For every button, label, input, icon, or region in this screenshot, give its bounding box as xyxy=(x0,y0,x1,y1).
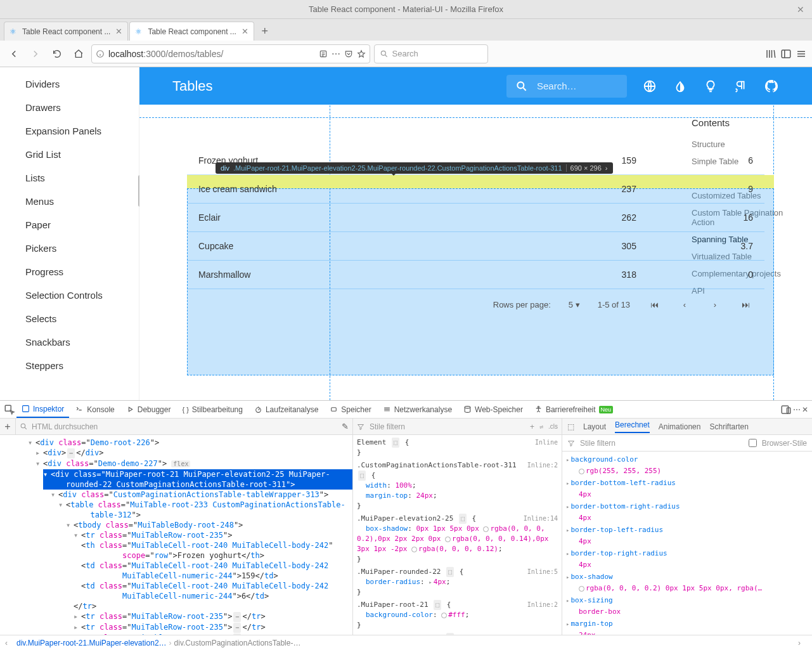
layout-tabs: ⬚ Layout Berechnet Animationen Schriftar… xyxy=(562,419,812,435)
library-icon[interactable] xyxy=(765,48,777,60)
rtl-icon[interactable] xyxy=(733,79,749,94)
dom-panel: + HTML durchsuchen ✎ ▾<div class="Demo-r… xyxy=(0,419,353,635)
tab-layout[interactable]: Layout xyxy=(583,422,606,431)
invert-colors-icon[interactable] xyxy=(673,79,688,94)
mui-sidebar[interactable]: Dividers Drawers Expansion Panels Grid L… xyxy=(0,67,139,400)
cell-fat: 3.7 xyxy=(648,232,764,261)
tab-accessibility[interactable]: BarrierefreiheitNeu xyxy=(529,402,618,417)
address-bar[interactable]: localhost:3000/demos/tables/ ⋯ xyxy=(91,44,370,63)
svg-point-10 xyxy=(465,406,470,408)
window-close-icon[interactable]: ✕ xyxy=(797,4,804,15)
tab-close-icon[interactable]: ✕ xyxy=(242,27,248,36)
tab-console[interactable]: Konsole xyxy=(70,402,119,417)
box-model-icon[interactable]: ⬚ xyxy=(567,422,574,431)
home-button[interactable] xyxy=(70,45,87,63)
svg-point-11 xyxy=(538,406,539,408)
cls-toggle[interactable]: .cls xyxy=(548,423,558,430)
main-content: Tables Search… div.MuiPaper-root-21.MuiP… xyxy=(139,67,812,400)
search-icon xyxy=(20,422,28,431)
sidebar-item[interactable]: Expansion Panels xyxy=(0,119,139,143)
github-icon[interactable] xyxy=(764,79,779,94)
sidebar-item[interactable]: Pickers xyxy=(0,237,139,260)
search-icon xyxy=(515,80,528,93)
browser-tab[interactable]: ⚛ Table React component ... ✕ xyxy=(4,22,128,41)
tooltip-pointer xyxy=(390,172,397,176)
tooltip-dimensions: 690 × 296 xyxy=(566,164,602,172)
first-page-button[interactable]: ⏮ xyxy=(648,298,661,311)
sidebar-item[interactable]: Selection Controls xyxy=(0,283,139,307)
menu-icon[interactable] xyxy=(796,48,807,60)
browser-styles-label: Browser-Stile xyxy=(762,439,807,448)
dom-search[interactable]: HTML durchsuchen xyxy=(15,419,337,434)
tab-debugger[interactable]: Debugger xyxy=(121,402,176,417)
tab-fonts[interactable]: Schriftarten xyxy=(709,422,748,431)
sidebar-item[interactable]: Drawers xyxy=(0,96,139,119)
forward-button[interactable] xyxy=(27,45,44,63)
dom-breadcrumb: ‹ div.MuiPaper-root-21.MuiPaper-elevatio… xyxy=(0,635,812,650)
responsive-mode-icon[interactable] xyxy=(780,404,792,415)
back-button[interactable] xyxy=(5,45,23,63)
tab-computed[interactable]: Berechnet xyxy=(615,420,650,433)
cell-name: Ice cream sandwich xyxy=(187,175,523,204)
search-placeholder: Search xyxy=(392,49,418,58)
sidebar-item[interactable]: Steppers xyxy=(0,354,139,377)
tab-performance[interactable]: Laufzeitanalyse xyxy=(249,402,323,417)
next-page-button[interactable]: › xyxy=(709,298,721,311)
sidebar-item[interactable]: Progress xyxy=(0,260,139,283)
dom-tree[interactable]: ▾<div class="Demo-root-226"> ▸<div>⋯</di… xyxy=(0,435,352,635)
tab-network[interactable]: Netzwerkanalyse xyxy=(378,402,457,417)
add-node-button[interactable]: + xyxy=(0,421,15,432)
reader-mode-icon[interactable] xyxy=(319,49,328,58)
breadcrumb-item[interactable]: div.MuiPaper-root-21.MuiPaper-elevation2… xyxy=(16,639,167,647)
sidebar-item[interactable]: Grid List xyxy=(0,143,139,166)
more-icon[interactable]: ⋯ xyxy=(793,405,801,414)
add-rule-icon[interactable]: + xyxy=(530,422,534,431)
last-page-button[interactable]: ⏭ xyxy=(739,298,752,311)
devtools-tabs: Inspektor Konsole Debugger { }Stilbearbe… xyxy=(0,401,812,419)
pocket-icon[interactable] xyxy=(344,49,353,58)
tab-close-icon[interactable]: ✕ xyxy=(115,27,122,36)
url-path: :3000/demos/tables/ xyxy=(143,49,223,59)
bookmark-star-icon[interactable] xyxy=(357,49,366,58)
sidebar-item[interactable]: Snackbars xyxy=(0,330,139,354)
pseudo-classes-icon[interactable]: ⇌ xyxy=(539,423,543,430)
breadcrumb-item[interactable]: div.CustomPaginationActionsTable-… xyxy=(174,639,301,647)
page-content: Dividers Drawers Expansion Panels Grid L… xyxy=(0,67,812,400)
search-icon xyxy=(380,49,389,58)
sidebar-item[interactable]: Dividers xyxy=(0,72,139,96)
rows-per-page-select[interactable]: 5 ▾ xyxy=(569,300,580,309)
tab-style-editor[interactable]: { }Stilbearbeitung xyxy=(177,402,247,417)
docs-search[interactable]: Search… xyxy=(506,75,627,98)
sidebar-item[interactable]: Lists xyxy=(0,166,139,190)
breadcrumb-prev[interactable]: ‹ xyxy=(5,639,14,647)
browser-styles-checkbox[interactable] xyxy=(749,439,757,447)
browser-tab[interactable]: ⚛ Table React component ... ✕ xyxy=(129,22,254,41)
new-tab-button[interactable]: + xyxy=(255,22,274,41)
cell-cals: 305 xyxy=(523,232,648,261)
tab-inspector[interactable]: Inspektor xyxy=(16,401,69,418)
language-icon[interactable] xyxy=(642,79,657,94)
reload-button[interactable] xyxy=(48,45,66,63)
table-row: Cupcake3053.7 xyxy=(187,232,764,261)
prev-page-button[interactable]: ‹ xyxy=(678,298,691,311)
sidebar-item[interactable]: Menus xyxy=(0,190,139,213)
svg-point-8 xyxy=(256,408,261,413)
pick-element-icon[interactable] xyxy=(4,404,15,415)
tab-label: Table React component ... xyxy=(148,27,236,36)
sidebar-icon[interactable] xyxy=(780,48,792,60)
tab-storage[interactable]: Web-Speicher xyxy=(458,402,528,417)
window-titlebar: Table React component - Material-UI - Mo… xyxy=(0,0,812,19)
tab-memory[interactable]: Speicher xyxy=(325,402,376,417)
edit-html-icon[interactable]: ✎ xyxy=(337,422,352,431)
svg-rect-7 xyxy=(23,406,29,412)
filter-icon xyxy=(567,439,575,447)
breadcrumb-next[interactable]: › xyxy=(798,639,807,647)
sidebar-item[interactable]: Paper xyxy=(0,213,139,237)
tab-animations[interactable]: Animationen xyxy=(659,422,701,431)
page-actions-icon[interactable]: ⋯ xyxy=(332,49,340,59)
search-box[interactable]: Search xyxy=(374,44,488,63)
sidebar-item[interactable]: Selects xyxy=(0,307,139,330)
lightbulb-icon[interactable] xyxy=(703,79,718,94)
close-devtools-icon[interactable]: ✕ xyxy=(802,405,808,414)
mui-appbar: Tables Search… xyxy=(139,67,812,105)
